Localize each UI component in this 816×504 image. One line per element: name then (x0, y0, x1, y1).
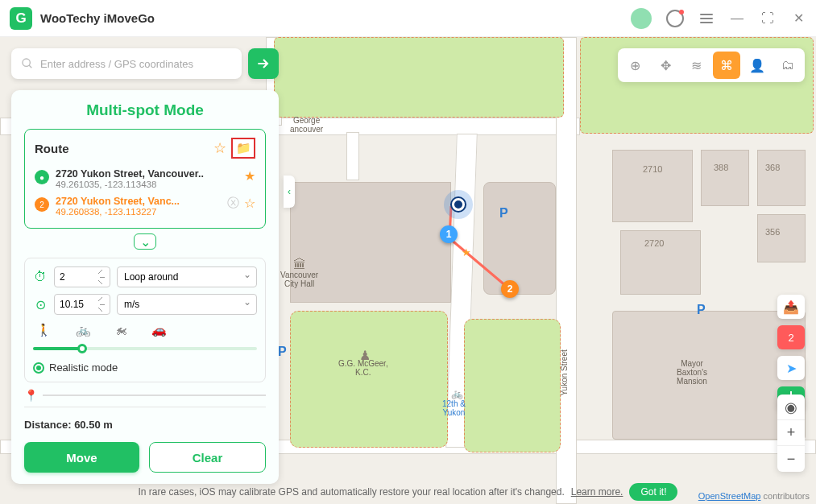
move-button[interactable]: Move (24, 442, 139, 473)
devices-button[interactable]: 2 (777, 325, 805, 349)
route-label: Route (35, 142, 69, 155)
mode-title: Multi-spot Mode (24, 101, 266, 119)
radio-checked-icon (33, 362, 44, 374)
multi-spot-mode-button[interactable]: ⌘ (713, 52, 740, 79)
distance-label: Distance: 60.50 m (24, 419, 266, 431)
right-toolbar: 📤 2 ➤ ⏻ (777, 295, 805, 411)
main-area: George ancouver Vancouver City Hall G.G.… (0, 37, 816, 504)
timer-icon: ⏱ (33, 270, 48, 284)
map-star-icon: ★ (462, 246, 471, 258)
speed-slider[interactable] (33, 347, 257, 350)
current-location-dot (444, 190, 473, 219)
map-label-cityhall: Vancouver City Hall (280, 271, 318, 288)
map-label-yukonst: Yukon Street (560, 349, 569, 395)
route-box: Route ☆ 📁 ● 2720 Yukon Street, Vancouver… (24, 129, 266, 229)
map-label-george: George ancouver (290, 116, 323, 134)
movement-controls: ⏱ 2 Loop around ⊙ 10.15 m/s 🚶 🚲 🏍 🚗 (24, 258, 266, 382)
app-logo: G (10, 7, 32, 30)
export-button[interactable]: 📤 (777, 295, 805, 319)
expand-route-button[interactable]: ⌄ (134, 233, 156, 250)
zoom-in-button[interactable]: + (777, 420, 805, 446)
waypoint-start-icon: ● (35, 170, 49, 184)
gotit-button[interactable]: Got it! (629, 483, 677, 501)
minimize-button[interactable]: — (729, 10, 745, 27)
waypoint-2[interactable]: 2 2720 Yukon Street, Vanc... 49.260838, … (35, 192, 255, 220)
svg-point-2 (23, 59, 30, 66)
center-button[interactable]: ⊕ (621, 52, 648, 79)
titlebar: G WooTechy iMoveGo — ⛶ ✕ (0, 0, 816, 37)
waypoint-address: 2720 Yukon Street, Vanc... (56, 196, 221, 207)
notice-bar: In rare cases, iOS may calibrate GPS and… (0, 483, 816, 501)
map-label-baxton: Mayor Baxton's Mansion (677, 359, 707, 386)
search-input[interactable]: Enter address / GPS coordinates (11, 48, 242, 79)
building-number: 368 (765, 163, 780, 172)
menu-icon[interactable] (698, 10, 715, 27)
loop-select[interactable]: Loop around (117, 266, 257, 287)
map-label-yukon12: 12th & Yukon (442, 399, 466, 417)
map-waypoint-1[interactable]: 1 (440, 225, 458, 243)
favorite-route-icon[interactable]: ☆ (213, 139, 226, 157)
bike-icon: 🚲 (451, 388, 463, 399)
arrow-icon (255, 56, 271, 72)
mode-card: Multi-spot Mode Route ☆ 📁 ● 2720 Yukon S… (11, 90, 279, 484)
walk-icon[interactable]: 🚶 (36, 323, 52, 337)
bicycle-icon[interactable]: 🚲 (76, 323, 91, 337)
unit-select[interactable]: m/s (117, 294, 257, 315)
pin-icon: 📍 (24, 389, 38, 402)
repeat-input[interactable]: 2 (54, 266, 110, 287)
save-route-folder-button[interactable]: 📁 (231, 138, 255, 159)
joystick-mode-button[interactable]: 👤 (744, 52, 771, 79)
zoom-out-button[interactable]: − (777, 446, 805, 472)
mode-toolbar: ⊕ ✥ ≋ ⌘ 👤 🗂 (618, 48, 805, 82)
speedometer-icon: ⊙ (33, 297, 48, 312)
locate-button[interactable]: ◉ (777, 395, 805, 420)
remove-waypoint-icon[interactable]: ⓧ (227, 196, 239, 211)
motorcycle-icon[interactable]: 🏍 (115, 323, 127, 337)
account-icon[interactable] (631, 8, 652, 29)
search-go-button[interactable] (248, 48, 279, 79)
parking-icon: P (278, 345, 287, 359)
waypoint-address: 2720 Yukon Street, Vancouver.. (56, 168, 238, 180)
app-title: WooTechy iMoveGo (40, 11, 155, 25)
map-waypoint-2[interactable]: 2 (501, 280, 519, 298)
history-button[interactable]: 🗂 (774, 52, 802, 79)
fullscreen-button[interactable]: ⛶ (760, 10, 776, 27)
feedback-icon[interactable] (666, 10, 684, 27)
building-number: 356 (765, 227, 780, 237)
svg-line-3 (29, 65, 31, 68)
waypoint-coord: 49.261035, -123.113438 (56, 180, 238, 189)
favorite-waypoint-icon[interactable]: ★ (244, 168, 255, 184)
two-spot-mode-button[interactable]: ≋ (682, 52, 710, 79)
zoom-controls: ◉ + − (777, 395, 805, 472)
monument-icon: ♟ (359, 348, 371, 363)
waypoint-1[interactable]: ● 2720 Yukon Street, Vancouver.. 49.2610… (35, 165, 255, 192)
send-location-button[interactable]: ➤ (777, 356, 805, 380)
building-number: 2710 (643, 164, 662, 174)
favorite-waypoint-icon[interactable]: ☆ (244, 196, 255, 211)
landmark-icon: 🏛 (293, 258, 306, 272)
waypoint-coord: 49.260838, -123.113227 (56, 207, 221, 217)
learn-more-link[interactable]: Learn more. (571, 486, 623, 498)
close-button[interactable]: ✕ (790, 10, 806, 27)
collapse-panel-button[interactable]: ‹ (284, 176, 295, 208)
car-icon[interactable]: 🚗 (151, 323, 167, 337)
realistic-mode-toggle[interactable]: Realistic mode (33, 361, 257, 374)
side-panel: Enter address / GPS coordinates Multi-sp… (11, 48, 279, 484)
building-number: 388 (714, 163, 728, 172)
teleport-mode-button[interactable]: ✥ (652, 52, 679, 79)
building-number: 2720 (644, 238, 664, 248)
speed-input[interactable]: 10.15 (54, 294, 110, 315)
distance-slider-row[interactable]: 📍 (24, 389, 266, 407)
parking-icon: P (697, 303, 706, 317)
search-icon (21, 57, 34, 70)
speed-preset-row: 🚶 🚲 🏍 🚗 (33, 321, 257, 337)
waypoint-number-icon: 2 (35, 197, 49, 212)
clear-button[interactable]: Clear (149, 442, 266, 473)
